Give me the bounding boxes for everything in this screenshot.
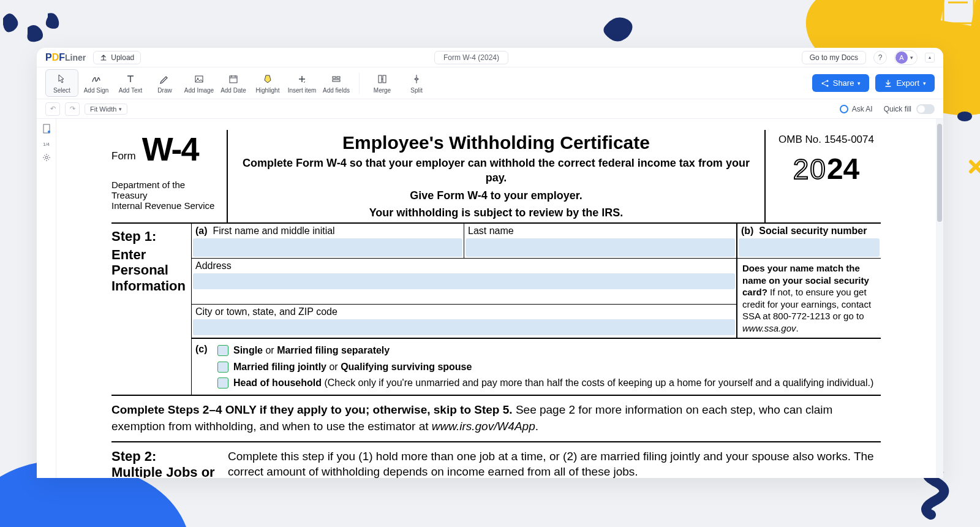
form-sub-1: Complete Form W-4 so that your employer … bbox=[238, 156, 755, 186]
collapse-button[interactable]: ▴ bbox=[925, 53, 935, 63]
highlight-icon bbox=[261, 72, 274, 86]
omb-number: OMB No. 1545-0074 bbox=[772, 134, 881, 146]
quick-fill-toggle-wrap: Quick fill bbox=[884, 104, 935, 114]
tool-select[interactable]: Select bbox=[45, 69, 78, 97]
divider bbox=[359, 73, 360, 94]
topbar: PDFLiner Upload Form W-4 (2024) Go to my… bbox=[37, 48, 943, 67]
text-icon bbox=[124, 72, 137, 86]
tool-merge[interactable]: Merge bbox=[366, 70, 399, 96]
form-sub-2: Give Form W-4 to your employer. bbox=[238, 188, 755, 203]
checkbox-married-jointly[interactable] bbox=[217, 362, 228, 373]
svg-rect-6 bbox=[337, 77, 340, 78]
svg-rect-8 bbox=[379, 75, 382, 83]
svg-point-16 bbox=[45, 156, 48, 159]
tool-add-sign[interactable]: Add Sign bbox=[80, 70, 113, 96]
decorative-blob bbox=[956, 110, 974, 123]
form-code: W-4 bbox=[142, 136, 198, 162]
zoom-select[interactable]: Fit Width ▾ bbox=[85, 104, 127, 115]
tool-insert-item[interactable]: Insert item bbox=[285, 70, 318, 96]
tool-add-image[interactable]: Add Image bbox=[183, 70, 216, 96]
share-icon bbox=[821, 79, 829, 88]
checkbox-head-of-household[interactable] bbox=[217, 377, 228, 389]
step1-title: Step 1: bbox=[111, 229, 189, 245]
form-w4: Form W-4 Department of the Treasury Inte… bbox=[56, 119, 936, 478]
document-viewport[interactable]: Form W-4 Department of the Treasury Inte… bbox=[56, 119, 936, 478]
dept-line-2: Internal Revenue Service bbox=[111, 200, 223, 211]
left-panel: 1/4 bbox=[37, 119, 56, 478]
tool-add-fields[interactable]: Add fields bbox=[320, 70, 353, 96]
vertical-scrollbar[interactable] bbox=[936, 119, 943, 478]
scrollbar-thumb[interactable] bbox=[937, 124, 942, 222]
toolbar: Select Add Sign Add Text Draw Add Image … bbox=[37, 67, 943, 99]
instructions-inter: Complete Steps 2–4 ONLY if they apply to… bbox=[111, 396, 881, 442]
cursor-icon bbox=[55, 72, 69, 86]
decorative-blob bbox=[968, 159, 980, 174]
upload-button[interactable]: Upload bbox=[93, 51, 141, 64]
form-sub-3: Your withholding is subject to review by… bbox=[238, 205, 755, 220]
ask-ai-button[interactable]: Ask AI bbox=[840, 105, 873, 113]
svg-point-15 bbox=[48, 131, 50, 133]
upload-icon bbox=[100, 54, 107, 61]
svg-point-1 bbox=[957, 112, 972, 121]
tool-highlight[interactable]: Highlight bbox=[251, 70, 284, 96]
step2-title: Step 2: bbox=[111, 449, 228, 464]
split-icon bbox=[410, 72, 423, 86]
city-field[interactable] bbox=[193, 319, 735, 335]
secondary-toolbar: ↶ ↷ Fit Width ▾ Ask AI Quick fill bbox=[37, 99, 943, 119]
settings-icon[interactable] bbox=[42, 153, 51, 164]
svg-rect-2 bbox=[195, 76, 203, 82]
svg-rect-5 bbox=[333, 77, 336, 78]
content-area: 1/4 Form W-4 Department of the Treasury bbox=[37, 119, 943, 478]
share-button[interactable]: Share ▾ bbox=[812, 74, 870, 92]
upload-label: Upload bbox=[111, 53, 134, 62]
form-year: 2024 bbox=[772, 152, 881, 186]
image-icon bbox=[192, 72, 206, 86]
avatar: A bbox=[895, 51, 908, 64]
checkbox-single[interactable] bbox=[217, 345, 228, 356]
chevron-down-icon: ▾ bbox=[119, 106, 122, 112]
step2-subtitle: Multiple Jobs or Spouse bbox=[111, 464, 228, 478]
step2-body: Complete this step if you (1) hold more … bbox=[228, 449, 881, 478]
chevron-down-icon: ▾ bbox=[910, 55, 913, 61]
app-window: PDFLiner Upload Form W-4 (2024) Go to my… bbox=[37, 48, 943, 478]
address-field[interactable] bbox=[193, 273, 735, 289]
pages-icon[interactable] bbox=[42, 124, 51, 135]
export-icon bbox=[884, 79, 892, 88]
svg-rect-7 bbox=[333, 80, 340, 82]
svg-rect-4 bbox=[230, 76, 237, 83]
step1-subtitle: Enter Personal Information bbox=[111, 247, 189, 294]
undo-button[interactable]: ↶ bbox=[45, 102, 60, 116]
ai-icon bbox=[840, 105, 848, 113]
first-name-field[interactable] bbox=[193, 238, 462, 257]
form-word: Form bbox=[111, 150, 136, 162]
decorative-blob bbox=[600, 12, 637, 43]
help-button[interactable]: ? bbox=[873, 51, 887, 64]
chevron-down-icon: ▾ bbox=[923, 80, 926, 86]
decorative-blob bbox=[0, 6, 67, 49]
tool-split[interactable]: Split bbox=[400, 70, 433, 96]
redo-button[interactable]: ↷ bbox=[65, 102, 80, 116]
chevron-down-icon: ▾ bbox=[858, 80, 861, 86]
svg-rect-9 bbox=[383, 75, 386, 83]
date-icon bbox=[227, 72, 240, 86]
merge-icon bbox=[375, 72, 389, 86]
dept-line-1: Department of the Treasury bbox=[111, 180, 223, 200]
tool-draw[interactable]: Draw bbox=[148, 70, 181, 96]
form-title: Employee's Withholding Certificate bbox=[238, 132, 755, 153]
sign-icon bbox=[89, 72, 103, 86]
draw-icon bbox=[158, 72, 172, 86]
quick-fill-toggle[interactable] bbox=[916, 104, 935, 114]
tool-add-date[interactable]: Add Date bbox=[217, 70, 250, 96]
page-counter: 1/4 bbox=[43, 142, 50, 147]
account-menu[interactable]: A ▾ bbox=[894, 50, 918, 65]
ssn-field[interactable] bbox=[739, 238, 880, 257]
export-button[interactable]: Export ▾ bbox=[875, 74, 935, 92]
logo: PDFLiner bbox=[45, 52, 86, 63]
goto-docs-button[interactable]: Go to my Docs bbox=[802, 51, 866, 64]
tool-add-text[interactable]: Add Text bbox=[114, 70, 147, 96]
last-name-field[interactable] bbox=[466, 238, 735, 257]
document-title[interactable]: Form W-4 (2024) bbox=[434, 51, 508, 64]
fields-icon bbox=[330, 72, 343, 86]
plus-icon bbox=[295, 72, 309, 86]
